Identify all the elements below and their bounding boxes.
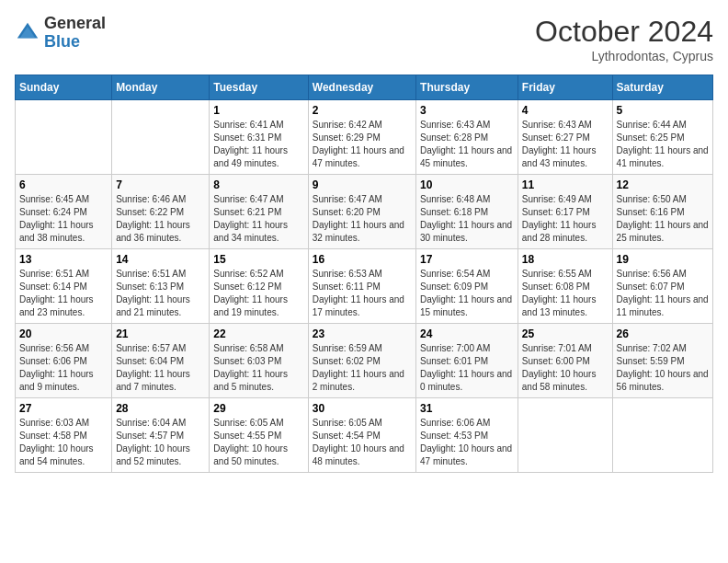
day-number: 16 xyxy=(313,253,412,266)
calendar-cell: 23 Sunrise: 6:59 AMSunset: 6:02 PMDaylig… xyxy=(308,324,415,398)
calendar-cell: 20 Sunrise: 6:56 AMSunset: 6:06 PMDaylig… xyxy=(16,324,112,398)
calendar-week-row: 1 Sunrise: 6:41 AMSunset: 6:31 PMDayligh… xyxy=(16,100,713,175)
day-number: 3 xyxy=(420,104,514,117)
calendar-cell xyxy=(16,100,112,175)
day-info: Sunrise: 6:55 AMSunset: 6:08 PMDaylight:… xyxy=(522,268,609,319)
calendar-week-row: 20 Sunrise: 6:56 AMSunset: 6:06 PMDaylig… xyxy=(16,324,713,398)
calendar-cell: 28 Sunrise: 6:04 AMSunset: 4:57 PMDaylig… xyxy=(112,398,210,473)
weekday-row: SundayMondayTuesdayWednesdayThursdayFrid… xyxy=(16,75,713,100)
day-number: 26 xyxy=(617,327,709,340)
day-info: Sunrise: 6:05 AMSunset: 4:54 PMDaylight:… xyxy=(313,417,412,468)
day-info: Sunrise: 6:53 AMSunset: 6:11 PMDaylight:… xyxy=(313,268,412,319)
calendar-body: 1 Sunrise: 6:41 AMSunset: 6:31 PMDayligh… xyxy=(16,100,713,473)
calendar-week-row: 6 Sunrise: 6:45 AMSunset: 6:24 PMDayligh… xyxy=(16,175,713,249)
calendar-cell: 9 Sunrise: 6:47 AMSunset: 6:20 PMDayligh… xyxy=(308,175,415,249)
day-number: 17 xyxy=(420,253,514,266)
calendar-cell: 30 Sunrise: 6:05 AMSunset: 4:54 PMDaylig… xyxy=(308,398,415,473)
calendar-cell: 10 Sunrise: 6:48 AMSunset: 6:18 PMDaylig… xyxy=(416,175,518,249)
calendar-cell: 15 Sunrise: 6:52 AMSunset: 6:12 PMDaylig… xyxy=(210,249,308,324)
day-info: Sunrise: 6:41 AMSunset: 6:31 PMDaylight:… xyxy=(213,119,303,170)
day-info: Sunrise: 6:49 AMSunset: 6:17 PMDaylight:… xyxy=(522,193,609,245)
logo-blue: Blue xyxy=(44,33,106,52)
month-title: October 2024 xyxy=(535,15,713,49)
calendar-cell: 26 Sunrise: 7:02 AMSunset: 5:59 PMDaylig… xyxy=(612,324,712,398)
weekday-header: Sunday xyxy=(16,75,112,100)
calendar-cell: 4 Sunrise: 6:43 AMSunset: 6:27 PMDayligh… xyxy=(518,100,612,175)
day-number: 25 xyxy=(522,327,609,340)
day-info: Sunrise: 6:56 AMSunset: 6:07 PMDaylight:… xyxy=(617,268,709,319)
logo-icon xyxy=(15,20,40,46)
title-block: October 2024 Lythrodontas, Cyprus xyxy=(535,15,713,63)
day-number: 9 xyxy=(313,178,412,191)
calendar-week-row: 13 Sunrise: 6:51 AMSunset: 6:14 PMDaylig… xyxy=(16,249,713,324)
day-number: 22 xyxy=(213,327,303,340)
day-number: 31 xyxy=(420,402,514,415)
weekday-header: Tuesday xyxy=(210,75,308,100)
day-number: 28 xyxy=(116,402,205,415)
logo-general: General xyxy=(44,15,106,33)
day-info: Sunrise: 6:51 AMSunset: 6:14 PMDaylight:… xyxy=(19,268,108,319)
calendar-cell xyxy=(612,398,712,473)
calendar-cell: 7 Sunrise: 6:46 AMSunset: 6:22 PMDayligh… xyxy=(112,175,210,249)
day-number: 10 xyxy=(420,178,514,191)
calendar-cell: 2 Sunrise: 6:42 AMSunset: 6:29 PMDayligh… xyxy=(308,100,415,175)
day-number: 30 xyxy=(313,402,412,415)
day-info: Sunrise: 7:02 AMSunset: 5:59 PMDaylight:… xyxy=(617,342,709,394)
day-number: 15 xyxy=(213,253,303,266)
day-number: 5 xyxy=(617,104,709,117)
day-info: Sunrise: 6:44 AMSunset: 6:25 PMDaylight:… xyxy=(617,119,709,170)
day-number: 6 xyxy=(19,178,108,191)
day-number: 12 xyxy=(617,178,709,191)
day-info: Sunrise: 7:00 AMSunset: 6:01 PMDaylight:… xyxy=(420,342,514,394)
day-number: 1 xyxy=(213,104,303,117)
day-info: Sunrise: 6:45 AMSunset: 6:24 PMDaylight:… xyxy=(19,193,108,245)
day-info: Sunrise: 6:43 AMSunset: 6:27 PMDaylight:… xyxy=(522,119,609,170)
calendar-cell: 19 Sunrise: 6:56 AMSunset: 6:07 PMDaylig… xyxy=(612,249,712,324)
day-info: Sunrise: 7:01 AMSunset: 6:00 PMDaylight:… xyxy=(522,342,609,394)
day-info: Sunrise: 6:05 AMSunset: 4:55 PMDaylight:… xyxy=(213,417,303,468)
day-info: Sunrise: 6:51 AMSunset: 6:13 PMDaylight:… xyxy=(116,268,205,319)
logo: General Blue xyxy=(15,15,106,52)
calendar-cell: 21 Sunrise: 6:57 AMSunset: 6:04 PMDaylig… xyxy=(112,324,210,398)
calendar-cell: 16 Sunrise: 6:53 AMSunset: 6:11 PMDaylig… xyxy=(308,249,415,324)
calendar-cell: 31 Sunrise: 6:06 AMSunset: 4:53 PMDaylig… xyxy=(416,398,518,473)
weekday-header: Friday xyxy=(518,75,612,100)
day-number: 2 xyxy=(313,104,412,117)
calendar-cell: 17 Sunrise: 6:54 AMSunset: 6:09 PMDaylig… xyxy=(416,249,518,324)
calendar-cell: 25 Sunrise: 7:01 AMSunset: 6:00 PMDaylig… xyxy=(518,324,612,398)
day-number: 7 xyxy=(116,178,205,191)
day-info: Sunrise: 6:56 AMSunset: 6:06 PMDaylight:… xyxy=(19,342,108,394)
logo-text: General Blue xyxy=(44,15,106,52)
day-info: Sunrise: 6:03 AMSunset: 4:58 PMDaylight:… xyxy=(19,417,108,468)
calendar-cell: 5 Sunrise: 6:44 AMSunset: 6:25 PMDayligh… xyxy=(612,100,712,175)
calendar-cell: 6 Sunrise: 6:45 AMSunset: 6:24 PMDayligh… xyxy=(16,175,112,249)
day-info: Sunrise: 6:04 AMSunset: 4:57 PMDaylight:… xyxy=(116,417,205,468)
weekday-header: Wednesday xyxy=(308,75,415,100)
day-number: 18 xyxy=(522,253,609,266)
day-info: Sunrise: 6:59 AMSunset: 6:02 PMDaylight:… xyxy=(313,342,412,394)
calendar-cell: 27 Sunrise: 6:03 AMSunset: 4:58 PMDaylig… xyxy=(16,398,112,473)
day-number: 24 xyxy=(420,327,514,340)
day-info: Sunrise: 6:43 AMSunset: 6:28 PMDaylight:… xyxy=(420,119,514,170)
day-info: Sunrise: 6:48 AMSunset: 6:18 PMDaylight:… xyxy=(420,193,514,245)
day-number: 4 xyxy=(522,104,609,117)
day-number: 11 xyxy=(522,178,609,191)
day-number: 13 xyxy=(19,253,108,266)
day-info: Sunrise: 6:58 AMSunset: 6:03 PMDaylight:… xyxy=(213,342,303,394)
day-info: Sunrise: 6:06 AMSunset: 4:53 PMDaylight:… xyxy=(420,417,514,468)
calendar-table: SundayMondayTuesdayWednesdayThursdayFrid… xyxy=(15,75,713,473)
calendar-cell: 8 Sunrise: 6:47 AMSunset: 6:21 PMDayligh… xyxy=(210,175,308,249)
calendar-cell xyxy=(112,100,210,175)
calendar-cell: 11 Sunrise: 6:49 AMSunset: 6:17 PMDaylig… xyxy=(518,175,612,249)
day-info: Sunrise: 6:47 AMSunset: 6:20 PMDaylight:… xyxy=(313,193,412,245)
calendar-week-row: 27 Sunrise: 6:03 AMSunset: 4:58 PMDaylig… xyxy=(16,398,713,473)
day-number: 27 xyxy=(19,402,108,415)
page-header: General Blue October 2024 Lythrodontas, … xyxy=(15,15,713,63)
day-info: Sunrise: 6:54 AMSunset: 6:09 PMDaylight:… xyxy=(420,268,514,319)
calendar-cell: 3 Sunrise: 6:43 AMSunset: 6:28 PMDayligh… xyxy=(416,100,518,175)
day-info: Sunrise: 6:47 AMSunset: 6:21 PMDaylight:… xyxy=(213,193,303,245)
calendar-header: SundayMondayTuesdayWednesdayThursdayFrid… xyxy=(16,75,713,100)
calendar-cell: 12 Sunrise: 6:50 AMSunset: 6:16 PMDaylig… xyxy=(612,175,712,249)
day-number: 21 xyxy=(116,327,205,340)
calendar-cell xyxy=(518,398,612,473)
